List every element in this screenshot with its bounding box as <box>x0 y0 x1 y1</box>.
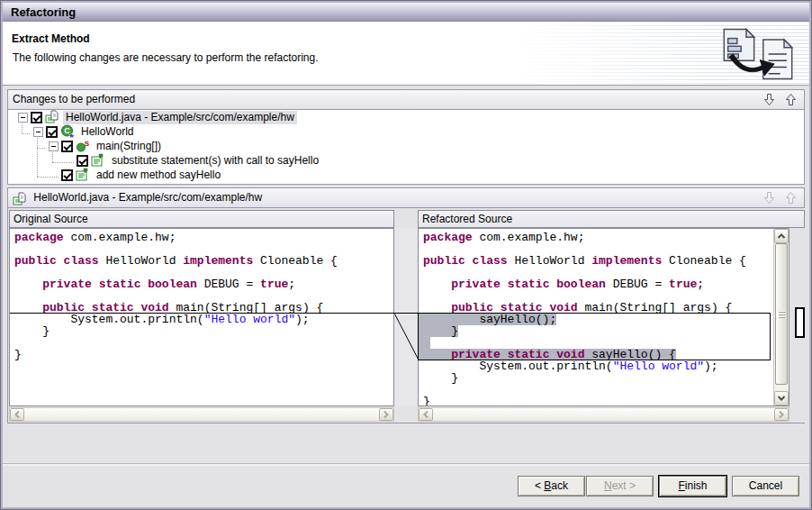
tree-row[interactable]: HelloWorld.java - Example/src/com/exampl… <box>18 110 804 124</box>
refactored-source-header: Refactored Source <box>418 210 805 228</box>
arrow-down-icon <box>763 191 775 205</box>
code-line: System.out.println("Hello world"); <box>423 360 773 372</box>
code-line <box>14 337 393 349</box>
scroll-left-button[interactable] <box>419 408 433 421</box>
code-line <box>423 384 773 396</box>
refactored-horizontal-scrollbar[interactable] <box>418 407 789 422</box>
code-line: private static boolean DEBUG = true; <box>423 278 773 290</box>
code-line: } <box>14 325 393 337</box>
finish-button[interactable]: Finish <box>659 476 726 496</box>
chevron-left-icon <box>422 410 429 419</box>
scroll-right-button[interactable] <box>379 408 393 421</box>
tree-item-label: add new method sayHello <box>94 168 223 182</box>
original-source-title: Original Source <box>14 213 88 225</box>
svg-text:C: C <box>64 126 70 135</box>
diff-overview-marker[interactable] <box>795 307 805 338</box>
arrow-down-icon <box>763 93 775 106</box>
scroll-left-button[interactable] <box>10 408 24 421</box>
next-button: Next > <box>586 476 654 496</box>
chevron-down-icon <box>777 395 786 402</box>
scrollbar-grip <box>779 310 785 319</box>
cancel-button[interactable]: Cancel <box>732 476 799 496</box>
move-up-button[interactable] <box>780 92 801 107</box>
text-edit-change-icon <box>91 153 105 168</box>
refactored-source-code: package com.example.hw;public class Hell… <box>419 229 773 405</box>
original-source-header: Original Source <box>9 210 394 228</box>
tree-row[interactable]: CHelloWorld <box>33 124 804 139</box>
window-title: Refactoring <box>11 5 76 19</box>
arrow-up-icon <box>785 191 797 205</box>
refactored-source-pane[interactable]: package com.example.hw;public class Hell… <box>418 228 789 406</box>
tree-checkbox-checked[interactable] <box>61 141 73 152</box>
wizard-header: Extract Method The following changes are… <box>3 22 809 86</box>
window-titlebar[interactable]: Refactoring <box>3 3 809 22</box>
preview-group-header: HelloWorld.java - Example/src/com/exampl… <box>8 188 804 208</box>
tree-expander-minus[interactable] <box>49 141 59 151</box>
code-line: package com.example.hw; <box>14 232 393 243</box>
tree-row[interactable]: substitute statement(s) with call to say… <box>64 153 804 168</box>
changes-group-header: Changes to be performed <box>8 90 804 110</box>
refactored-source-title: Refactored Source <box>422 213 512 225</box>
chevron-right-icon <box>383 410 390 419</box>
scroll-right-button[interactable] <box>774 408 789 421</box>
tree-checkbox-checked[interactable] <box>61 169 73 181</box>
chevron-right-icon <box>778 410 785 419</box>
wizard-page-title: Extract Method <box>12 32 90 45</box>
java-class-icon: C <box>60 124 75 139</box>
changes-group: Changes to be performed HelloWorld.java … <box>7 89 805 185</box>
original-source-code: package com.example.hw;public class Hell… <box>10 229 393 405</box>
preview-group-label: HelloWorld.java - Example/src/com/exampl… <box>33 191 262 204</box>
tree-expander-minus[interactable] <box>33 127 43 137</box>
tree-item-label: substitute statement(s) with call to say… <box>109 154 321 168</box>
back-button[interactable]: < Back <box>518 476 585 496</box>
chevron-left-icon <box>14 410 21 419</box>
move-down-button[interactable] <box>759 92 780 107</box>
refactoring-banner-icon <box>719 28 797 80</box>
changes-group-label: Changes to be performed <box>13 93 135 105</box>
tree-item-label: HelloWorld <box>78 125 136 139</box>
scroll-down-button[interactable] <box>774 391 789 405</box>
text-edit-change-icon <box>76 168 90 182</box>
code-line: } <box>14 349 393 360</box>
tree-item-label: main(String[]) <box>94 140 164 153</box>
chevron-up-icon <box>777 232 786 240</box>
code-line: public class HelloWorld implements Clone… <box>423 255 773 267</box>
move-up-button-disabled <box>780 190 801 205</box>
scrollbar-thumb[interactable] <box>775 243 788 385</box>
static-method-icon: S <box>76 139 90 153</box>
tree-checkbox-checked[interactable] <box>46 126 58 138</box>
tree-guide <box>22 123 23 133</box>
vertical-scrollbar[interactable] <box>773 229 789 405</box>
tree-row[interactable]: add new method sayHello <box>49 168 804 182</box>
preview-group: HelloWorld.java - Example/src/com/exampl… <box>7 187 805 423</box>
compare-viewer: Original Source Refactored Source packag… <box>9 208 805 423</box>
changes-tree[interactable]: HelloWorld.java - Example/src/com/exampl… <box>8 110 804 184</box>
code-line: } <box>423 372 773 384</box>
diff-center-strip <box>394 228 418 406</box>
wizard-page-description: The following changes are necessary to p… <box>13 51 319 64</box>
svg-text:S: S <box>85 140 90 148</box>
tree-guide <box>52 152 53 162</box>
code-line: } <box>423 396 773 406</box>
code-line: public class HelloWorld implements Clone… <box>14 255 393 267</box>
compilation-unit-change-icon <box>13 192 27 206</box>
code-line: sayHello(); <box>423 314 773 325</box>
original-source-pane[interactable]: package com.example.hw;public class Hell… <box>9 228 394 406</box>
tree-expander-minus[interactable] <box>18 113 28 123</box>
code-line: } <box>423 325 773 337</box>
compilation-unit-change-icon <box>45 110 59 124</box>
code-line: private static boolean DEBUG = true; <box>14 278 393 290</box>
tree-row[interactable]: Smain(String[]) <box>49 139 804 153</box>
arrow-up-icon <box>785 93 797 106</box>
scroll-up-button[interactable] <box>774 229 789 243</box>
tree-guide <box>37 148 45 149</box>
button-separator <box>3 463 809 466</box>
tree-item-label: HelloWorld.java - Example/src/com/exampl… <box>63 111 297 124</box>
move-down-button-disabled <box>759 190 780 205</box>
tree-guide <box>37 138 38 177</box>
tree-checkbox-checked[interactable] <box>77 155 88 167</box>
tree-guide <box>22 133 30 134</box>
refactoring-dialog: Refactoring Extract Method The <box>0 0 812 510</box>
tree-checkbox-checked[interactable] <box>31 112 42 123</box>
original-horizontal-scrollbar[interactable] <box>9 407 394 422</box>
